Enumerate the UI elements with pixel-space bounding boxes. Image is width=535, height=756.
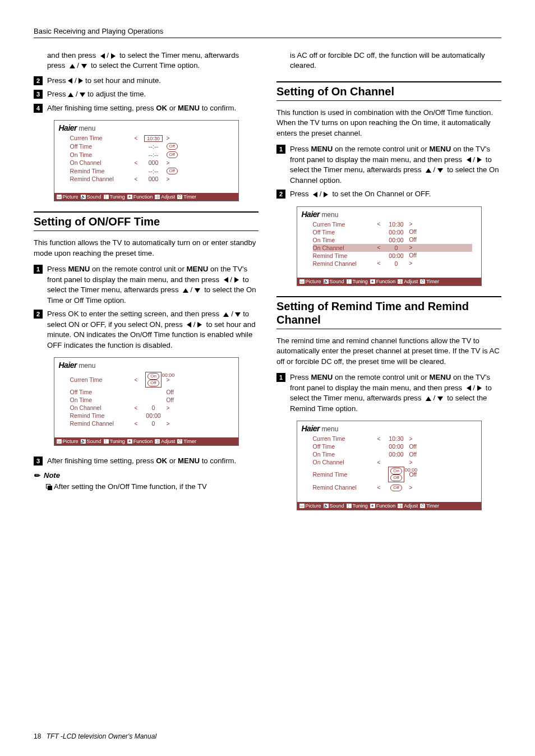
menu-row-label: On Time <box>70 151 132 158</box>
continued-instruction: and then press / to select the Timer men… <box>34 50 259 71</box>
menu-row: On Time00:00Off <box>313 450 472 458</box>
menu-row: Remind Time--:--Off <box>70 167 229 175</box>
menu-footer-item: ⏱Timer <box>177 439 196 444</box>
section-title-on-channel: Setting of On Channel <box>276 81 501 101</box>
menu-footer-label: Function <box>133 439 153 444</box>
menu-row-value: 000 <box>141 176 167 182</box>
menu-word: menu <box>321 425 338 433</box>
menu-footer-icon: ◁▷ <box>155 195 160 199</box>
menu-row: Remind Channel<0> <box>313 260 472 268</box>
para: The remind time and remind channel funct… <box>276 336 501 367</box>
step-1: 1 Press MENU on the remote control unit … <box>34 264 259 306</box>
triangle-down-icon <box>195 288 200 293</box>
menu-row-label: On Time <box>70 397 132 403</box>
triangle-left-icon <box>313 192 317 197</box>
menu-row: On Time00:00Off <box>313 236 472 244</box>
arrow-right-icon: Off <box>167 142 189 150</box>
menu-row: Off TimeOff <box>70 388 229 396</box>
menu-footer-item: ★Function <box>370 279 396 284</box>
menu-row: Curren Time<OnOff00:00> <box>70 371 229 388</box>
triangle-right-icon <box>477 157 482 163</box>
menu-row: Off Time00:00Off <box>313 228 472 236</box>
text: Press <box>47 265 66 273</box>
arrow-right-icon: > <box>167 135 189 141</box>
menu-footer-label: Picture <box>306 279 321 284</box>
menu-footer-label: Adjust <box>404 503 418 509</box>
text: on the remote control unit or <box>92 265 185 273</box>
menu-row-label: Curren Time <box>70 376 132 383</box>
menu-row-value: 00:00 <box>141 412 167 419</box>
menu-footer-label: Adjust <box>404 279 418 284</box>
menu-row: Curren Time<10:30> <box>313 220 472 228</box>
menu-footer-icon: ⏱ <box>420 279 425 284</box>
menu-word: menu <box>79 125 95 132</box>
step-number-icon: 2 <box>34 76 43 85</box>
arrow-right-icon: > <box>409 459 432 465</box>
arrow-right-icon: Off <box>167 151 189 158</box>
menu-row: Off Time00:00Off <box>313 442 472 450</box>
menu-footer-label: Timer <box>426 279 439 284</box>
para: This function allows the TV to automatic… <box>34 238 259 259</box>
menu-screenshot-4: Haier menu Curren Time<10:30>Off Time00:… <box>297 421 482 510</box>
menu-footer-item: ★Function <box>127 194 153 200</box>
menu-row-label: Remind Time <box>313 252 375 259</box>
menu-row: Remind Channel<000> <box>70 175 229 183</box>
menu-row-label: Curren Time <box>313 221 375 228</box>
menu-brand: Haier <box>59 123 77 132</box>
menu-footer-icon: ⋮⋮ <box>104 195 109 199</box>
menu-footer-icon: ★ <box>370 279 375 284</box>
menu-row-label: Off Time <box>70 143 132 150</box>
menu-footer-label: Function <box>376 279 396 284</box>
bullet-icon <box>46 484 50 488</box>
arrow-left-icon: < <box>132 176 141 182</box>
menu-header: Haier menu <box>297 207 481 220</box>
menu-footer-item: ◁▷Adjust <box>155 194 175 200</box>
menu-row-label: On Channel <box>70 404 132 411</box>
menu-row-value: 00:00 <box>384 451 409 458</box>
triangle-right-icon <box>111 53 116 59</box>
menu-row: Off Time--:--Off <box>70 142 229 150</box>
menu-footer-label: Function <box>376 503 396 509</box>
arrow-left-icon: < <box>132 405 141 411</box>
menu-word: menu <box>79 362 95 370</box>
arrow-left-icon: < <box>375 221 384 227</box>
menu-row-value: 0 <box>384 245 409 251</box>
arrow-right-icon: Off <box>167 397 189 403</box>
text: After finishing time setting, press <box>47 104 154 112</box>
triangle-down-icon <box>80 93 85 97</box>
menu-footer-icon: ★ <box>127 439 132 444</box>
menu-row-value: Off <box>384 483 409 491</box>
triangle-left-icon <box>224 277 228 283</box>
step-number-icon: 1 <box>276 373 285 382</box>
menu-footer-item: ★Function <box>370 503 396 509</box>
menu-footer-label: Sound <box>87 194 102 200</box>
menu-header: Haier menu <box>54 121 238 134</box>
step-number-icon: 2 <box>276 190 285 199</box>
text: on the remote control unit or <box>335 145 427 153</box>
triangle-right-icon <box>477 385 482 391</box>
menu-row-label: On Channel <box>313 245 375 251</box>
step-number-icon: 1 <box>276 145 285 154</box>
note-heading: ✎ Note <box>34 471 259 480</box>
arrow-left-icon: < <box>375 260 384 266</box>
menu-row: Curren Time<10:30> <box>70 134 229 142</box>
menu-label: MENU <box>178 457 200 465</box>
menu-row-value: OnOff00:00 <box>141 372 167 388</box>
text: is AC off or forcible DC off, the functi… <box>290 51 485 70</box>
menu-row-value: 0 <box>384 260 409 267</box>
menu-footer-icon: ⋮⋮ <box>347 504 352 508</box>
step-2: 2 Press / to set the On Channel or OFF. <box>276 189 501 199</box>
arrow-left-icon: < <box>375 485 384 491</box>
menu-row-value: 00:00 <box>384 443 409 450</box>
ok-label: OK <box>156 104 167 112</box>
triangle-up-icon <box>70 64 75 68</box>
menu-footer-label: Tuning <box>353 279 368 284</box>
arrow-right-icon: > <box>167 405 189 411</box>
menu-footer-item: 🔊Sound <box>324 279 344 284</box>
arrow-right-icon: Off <box>409 237 432 243</box>
menu-row: On Channel<0> <box>313 244 472 252</box>
text: to confirm. <box>202 457 237 465</box>
menu-screenshot-1: Haier menu Curren Time<10:30>Off Time--:… <box>54 120 239 201</box>
menu-footer-label: Timer <box>183 194 196 200</box>
menu-footer-label: Function <box>133 194 153 200</box>
